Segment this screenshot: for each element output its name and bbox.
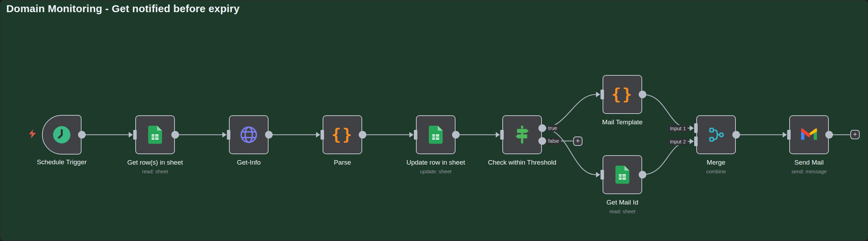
edge-getmailid-to-merge[interactable] bbox=[642, 141, 690, 175]
node-label: Merge bbox=[707, 159, 725, 166]
gmail-icon bbox=[800, 127, 818, 142]
node-body[interactable] bbox=[229, 115, 269, 154]
clock-icon bbox=[52, 125, 71, 144]
node-body[interactable]: {} bbox=[603, 75, 642, 114]
output-port[interactable] bbox=[639, 171, 646, 178]
node-parse[interactable]: {} Parse bbox=[323, 115, 362, 154]
input-port[interactable] bbox=[500, 130, 504, 140]
output-port[interactable] bbox=[265, 131, 273, 139]
node-get-rows-in-sheet[interactable]: Get row(s) in sheet read: sheet bbox=[135, 115, 175, 154]
node-mail-template[interactable]: {} Mail Template bbox=[603, 75, 642, 114]
node-label: Parse bbox=[334, 159, 351, 166]
google-sheets-icon bbox=[429, 126, 443, 144]
output-port[interactable] bbox=[78, 131, 86, 139]
port-label-false: false bbox=[546, 138, 561, 144]
node-check-within-threshold[interactable]: Check within Threshold bbox=[502, 115, 542, 154]
google-sheets-icon bbox=[615, 166, 629, 184]
port-label-true: true bbox=[546, 125, 559, 132]
output-port[interactable] bbox=[171, 131, 179, 139]
code-braces-icon: {} bbox=[612, 85, 633, 104]
output-port[interactable] bbox=[359, 131, 366, 139]
port-label-input1: Input 1 bbox=[668, 125, 688, 132]
input-port[interactable] bbox=[601, 170, 604, 180]
node-merge[interactable]: Merge combine bbox=[696, 115, 736, 154]
node-subtitle: read: sheet bbox=[609, 208, 635, 214]
node-subtitle: update: sheet bbox=[420, 168, 452, 174]
input-port[interactable] bbox=[414, 130, 417, 140]
svg-text:{}: {} bbox=[332, 125, 353, 144]
workflow-canvas[interactable]: Domain Monitoring - Get notified before … bbox=[0, 0, 868, 241]
node-body[interactable] bbox=[696, 115, 736, 154]
input-port-1[interactable] bbox=[694, 123, 698, 133]
node-label: Get-Info bbox=[237, 159, 261, 166]
output-port[interactable] bbox=[452, 131, 460, 139]
edge-true-to-mailtemplate[interactable] bbox=[542, 94, 596, 128]
node-label: Get Mail Id bbox=[606, 199, 638, 206]
globe-icon bbox=[240, 126, 258, 144]
output-port[interactable] bbox=[639, 91, 646, 98]
svg-text:{}: {} bbox=[612, 85, 633, 103]
output-port-false[interactable] bbox=[538, 137, 546, 145]
input-port[interactable] bbox=[133, 130, 137, 140]
add-node-button-false-branch[interactable]: + bbox=[573, 136, 582, 146]
merge-icon bbox=[707, 126, 725, 143]
node-schedule-trigger[interactable]: Schedule Trigger bbox=[42, 115, 82, 155]
node-body[interactable] bbox=[42, 115, 82, 155]
node-body[interactable]: {} bbox=[323, 115, 362, 154]
input-port-2[interactable] bbox=[694, 136, 698, 146]
node-update-row-in-sheet[interactable]: Update row in sheet update: sheet bbox=[416, 115, 456, 154]
node-subtitle: combine bbox=[706, 168, 726, 174]
input-port[interactable] bbox=[321, 130, 324, 140]
node-label: Send Mail bbox=[794, 159, 824, 166]
node-body[interactable] bbox=[502, 115, 542, 154]
input-port[interactable] bbox=[601, 90, 604, 99]
node-subtitle: read: sheet bbox=[142, 168, 168, 174]
node-body[interactable] bbox=[416, 115, 456, 154]
signpost-icon bbox=[513, 126, 531, 144]
node-send-mail[interactable]: Send Mail send: message bbox=[789, 115, 829, 154]
edge-true-to-getmailid[interactable] bbox=[542, 128, 596, 175]
node-label: Mail Template bbox=[602, 118, 643, 126]
input-port[interactable] bbox=[787, 130, 791, 140]
lightning-trigger-icon bbox=[28, 129, 37, 139]
page-title: Domain Monitoring - Get notified before … bbox=[6, 3, 240, 15]
port-label-input2: Input 2 bbox=[668, 138, 688, 145]
node-label: Schedule Trigger bbox=[37, 158, 87, 166]
node-label: Update row in sheet bbox=[407, 159, 465, 166]
edge-mailtemplate-to-merge[interactable] bbox=[642, 94, 690, 128]
node-subtitle: send: message bbox=[791, 168, 827, 174]
output-port-true[interactable] bbox=[538, 124, 546, 132]
output-port[interactable] bbox=[732, 131, 740, 139]
node-label: Get row(s) in sheet bbox=[127, 159, 183, 166]
add-node-button-end[interactable]: + bbox=[850, 130, 860, 139]
code-braces-icon: {} bbox=[332, 125, 353, 144]
node-label: Check within Threshold bbox=[488, 159, 556, 166]
node-get-info[interactable]: Get-Info bbox=[229, 115, 269, 154]
google-sheets-icon bbox=[148, 126, 162, 144]
node-body[interactable] bbox=[603, 155, 642, 194]
node-body[interactable] bbox=[135, 115, 175, 154]
node-body[interactable] bbox=[789, 115, 829, 154]
input-port[interactable] bbox=[227, 130, 230, 140]
node-get-mail-id[interactable]: Get Mail Id read: sheet bbox=[603, 155, 642, 194]
output-port[interactable] bbox=[825, 131, 833, 139]
